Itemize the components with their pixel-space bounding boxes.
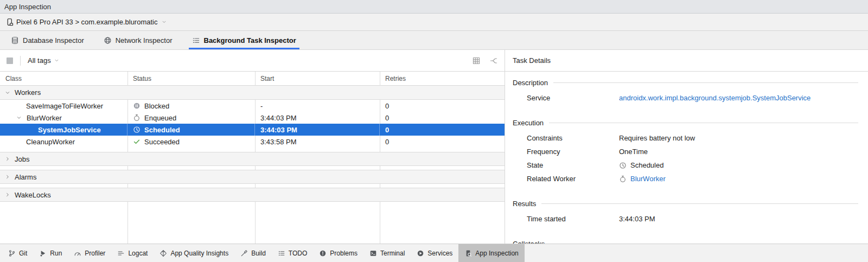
statusbar-item-label: Problems bbox=[330, 250, 358, 257]
class-name: BlurWorker bbox=[27, 114, 62, 122]
cell-status: Scheduled bbox=[127, 124, 255, 136]
database-icon bbox=[11, 36, 19, 44]
todo-icon bbox=[278, 250, 285, 257]
statusbar-item-label: Run bbox=[50, 250, 62, 257]
git-branch-icon bbox=[8, 250, 16, 257]
field-label: Frequency bbox=[527, 148, 619, 156]
cell-start: 3:44:03 PM bbox=[255, 124, 380, 136]
cell-retries: 0 bbox=[380, 136, 505, 148]
start-time: - bbox=[260, 102, 263, 110]
column-header-status: Status bbox=[127, 72, 255, 85]
field-value: Requires battery not low bbox=[619, 134, 858, 142]
chevron-down-icon bbox=[161, 19, 167, 25]
section-title: Description bbox=[513, 79, 548, 87]
field-value-link[interactable]: BlurWorker bbox=[630, 175, 666, 183]
all-tags-dropdown[interactable]: All tags bbox=[28, 56, 60, 65]
group-row-alarms[interactable]: Alarms bbox=[0, 170, 505, 184]
field-label: Service bbox=[527, 94, 619, 102]
task-details-title: Task Details bbox=[513, 56, 551, 65]
cell-start: - bbox=[255, 100, 380, 112]
class-name: SystemJobService bbox=[38, 126, 101, 134]
statusbar-item-label: Profiler bbox=[85, 250, 105, 257]
field-value-link[interactable]: androidx.work.impl.background.systemjob.… bbox=[619, 94, 810, 102]
statusbar-item-label: App Inspection bbox=[475, 250, 518, 257]
field-value-text: 3:44:03 PM bbox=[619, 215, 655, 223]
column-header-retries: Retries bbox=[380, 72, 505, 85]
group-row-wakelocks[interactable]: WakeLocks bbox=[0, 188, 505, 202]
field-value-text: OneTime bbox=[619, 148, 648, 156]
retries-count: 0 bbox=[385, 114, 389, 122]
tab-label: Background Task Inspector bbox=[204, 36, 296, 44]
stop-inspector-button[interactable] bbox=[7, 57, 13, 64]
statusbar-item-build[interactable]: Build bbox=[234, 244, 272, 262]
build-icon bbox=[240, 250, 248, 257]
cell-class: SaveImageToFileWorker bbox=[0, 100, 127, 112]
section-header: Callstacks bbox=[513, 239, 858, 244]
field-value: OneTime bbox=[619, 148, 858, 156]
statusbar-item-terminal[interactable]: Terminal bbox=[363, 244, 411, 262]
group-row-jobs[interactable]: Jobs bbox=[0, 152, 505, 166]
tab-network-inspector[interactable]: Network Inspector bbox=[100, 31, 176, 49]
main-split: All tags ClassStatusStartRetries Workers… bbox=[0, 50, 868, 244]
device-process-selector[interactable]: Pixel 6 Pro API 33 > com.example.bluroma… bbox=[0, 14, 868, 31]
field-value-text: Scheduled bbox=[630, 161, 663, 169]
group-label: WakeLocks bbox=[15, 191, 51, 199]
inspector-tabbar: Database InspectorNetwork InspectorBackg… bbox=[0, 31, 868, 50]
field-value-text: Requires battery not low bbox=[619, 134, 695, 142]
table-row[interactable]: BlurWorkerEnqueued3:44:03 PM0 bbox=[0, 112, 505, 124]
task-details-panel: Task Details DescriptionServiceandroidx.… bbox=[505, 50, 868, 244]
status-label: Enqueued bbox=[144, 114, 176, 122]
table-row[interactable]: CleanupWorkerSucceeded3:43:58 PM0 bbox=[0, 136, 505, 148]
retries-count: 0 bbox=[385, 126, 389, 134]
statusbar-item-run[interactable]: Run bbox=[33, 244, 68, 262]
statusbar-item-label: App Quality Insights bbox=[170, 250, 228, 257]
section-fields: ConstraintsRequires battery not lowFrequ… bbox=[513, 131, 858, 186]
field-value: Scheduled bbox=[619, 161, 858, 169]
class-name: SaveImageToFileWorker bbox=[26, 102, 103, 110]
group-row-workers[interactable]: Workers bbox=[0, 86, 505, 100]
table-row[interactable]: SaveImageToFileWorkerBlocked-0 bbox=[0, 100, 505, 112]
details-section-description: DescriptionServiceandroidx.work.impl.bac… bbox=[513, 78, 858, 105]
task-table: ClassStatusStartRetries WorkersSaveImage… bbox=[0, 72, 505, 244]
statusbar-item-todo[interactable]: TODO bbox=[272, 244, 313, 262]
tool-window-titlebar: App Inspection bbox=[0, 0, 868, 14]
field-label: Related Worker bbox=[527, 175, 619, 183]
statusbar-item-problems[interactable]: Problems bbox=[313, 244, 363, 262]
tab-label: Database Inspector bbox=[23, 36, 84, 44]
logcat-icon bbox=[117, 250, 125, 257]
details-section-execution: ExecutionConstraintsRequires battery not… bbox=[513, 118, 858, 186]
table-row[interactable]: SystemJobServiceScheduled3:44:03 PM0 bbox=[0, 124, 505, 136]
chevron-down-icon bbox=[15, 114, 23, 121]
toolbar-separator bbox=[20, 56, 21, 66]
statusbar-item-git[interactable]: Git bbox=[2, 244, 33, 262]
table-view-icon[interactable] bbox=[472, 56, 481, 65]
field-label: State bbox=[527, 161, 619, 169]
task-details-body: DescriptionServiceandroidx.work.impl.bac… bbox=[505, 72, 868, 244]
profiler-icon bbox=[74, 250, 81, 257]
section-fields: Time started3:44:03 PM bbox=[513, 212, 858, 226]
statusbar: GitRunProfilerLogcatApp Quality Insights… bbox=[0, 244, 868, 262]
statusbar-item-app-quality-insights[interactable]: App Quality Insights bbox=[154, 244, 234, 262]
statusbar-item-services[interactable]: Services bbox=[411, 244, 458, 262]
succeeded-icon bbox=[133, 138, 141, 145]
table-empty-area bbox=[0, 202, 505, 244]
all-tags-label: All tags bbox=[28, 56, 51, 65]
cell-start: 3:44:03 PM bbox=[255, 112, 380, 124]
start-time: 3:43:58 PM bbox=[260, 138, 297, 146]
group-label: Workers bbox=[15, 88, 41, 97]
statusbar-item-app-inspection[interactable]: App Inspection bbox=[458, 244, 524, 262]
details-section-callstacks: Callstacks bbox=[513, 239, 858, 244]
phone-icon bbox=[5, 18, 14, 26]
cell-class: CleanupWorker bbox=[0, 136, 127, 148]
section-title: Results bbox=[513, 200, 536, 208]
statusbar-item-profiler[interactable]: Profiler bbox=[68, 244, 111, 262]
stopwatch-icon bbox=[619, 175, 627, 183]
statusbar-item-label: Build bbox=[251, 250, 266, 257]
chevron-right-icon bbox=[4, 191, 11, 198]
tab-database-inspector[interactable]: Database Inspector bbox=[8, 31, 87, 49]
chevron-down-icon bbox=[54, 57, 60, 63]
graph-view-icon[interactable] bbox=[489, 56, 498, 65]
cell-class: BlurWorker bbox=[0, 112, 127, 124]
statusbar-item-logcat[interactable]: Logcat bbox=[111, 244, 154, 262]
tab-background-task-inspector[interactable]: Background Task Inspector bbox=[189, 31, 299, 49]
